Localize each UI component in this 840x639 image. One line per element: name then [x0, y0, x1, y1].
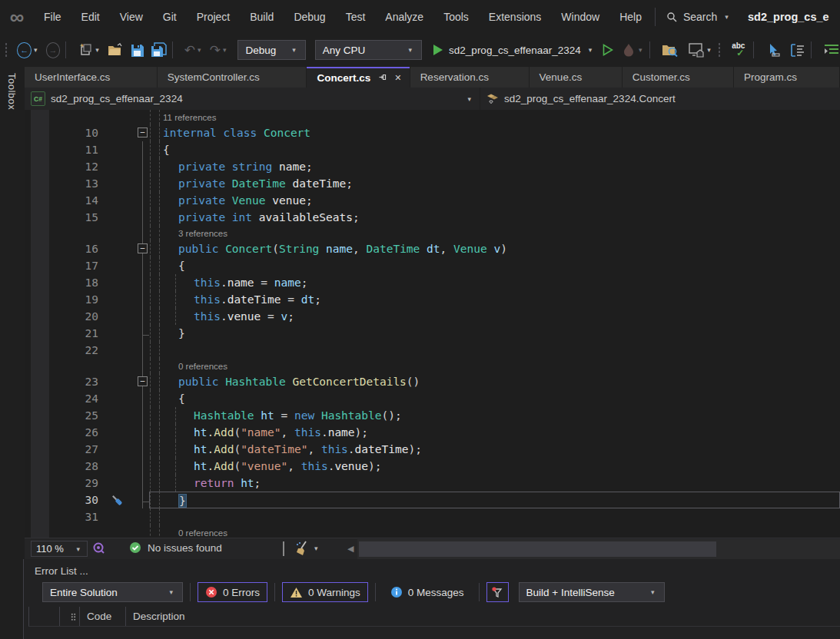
menu-item-git[interactable]: Git [153, 11, 187, 23]
glyph-margin[interactable] [31, 192, 49, 209]
menu-item-analyze[interactable]: Analyze [375, 11, 433, 23]
menu-item-debug[interactable]: Debug [284, 11, 335, 23]
filter-button[interactable] [486, 582, 509, 602]
glyph-margin[interactable] [31, 291, 49, 308]
codelens-row[interactable]: 0 references [25, 359, 840, 373]
glyph-margin[interactable] [31, 158, 49, 175]
glyph-margin[interactable] [31, 257, 49, 274]
code-text[interactable]: return ht; [149, 475, 840, 492]
code-line[interactable]: 24{ [25, 390, 840, 407]
open-file-button[interactable] [108, 41, 124, 58]
outlining-margin[interactable] [126, 492, 149, 508]
code-text[interactable]: { [149, 141, 840, 158]
search-control[interactable]: Search ▾ [666, 11, 729, 23]
glyph-margin[interactable] [31, 110, 49, 124]
outlining-margin[interactable] [126, 158, 149, 175]
fold-collapse-box[interactable]: − [138, 243, 148, 253]
undo-button[interactable]: ↶ [184, 42, 195, 58]
outlining-margin[interactable] [126, 458, 149, 475]
tab-customer-cs[interactable]: Customer.cs [623, 67, 733, 88]
menu-item-file[interactable]: File [34, 11, 71, 23]
glyph-margin[interactable] [31, 525, 49, 538]
glyph-margin[interactable] [31, 274, 49, 291]
glyph-margin[interactable] [31, 325, 49, 342]
codelens-text[interactable]: 3 references [149, 226, 840, 240]
code-text[interactable]: this.venue = v; [149, 308, 840, 325]
code-line[interactable]: 13private DateTime dateTime; [25, 175, 840, 192]
outlining-margin[interactable] [126, 209, 149, 226]
code-line[interactable]: 11{ [25, 141, 840, 158]
document-health-indicator[interactable]: No issues found [129, 541, 222, 554]
glyph-margin[interactable] [31, 209, 49, 226]
tab-reservation-cs[interactable]: Reservation.cs [410, 67, 529, 88]
find-in-files-button[interactable] [662, 41, 678, 58]
messages-filter-toggle[interactable]: 0 Messages [383, 582, 472, 602]
tab-venue-cs[interactable]: Venue.cs [530, 67, 622, 88]
code-text[interactable]: } [149, 492, 840, 508]
glyph-margin[interactable] [31, 373, 49, 390]
project-dropdown[interactable]: C# sd2_prog_cs_effenaar_2324 ▾ [25, 88, 480, 110]
tab-program-cs[interactable]: Program.cs [734, 67, 839, 88]
code-text[interactable]: public Hashtable GetConcertDetails() [149, 373, 840, 390]
preview-dropdown-icon[interactable]: ▾ [707, 46, 711, 54]
menu-item-project[interactable]: Project [187, 11, 241, 23]
outlining-margin[interactable]: − [126, 124, 149, 141]
code-line[interactable]: 30} [25, 492, 840, 508]
hot-reload-button[interactable] [622, 41, 636, 58]
toolbar-drag-handle[interactable] [5, 42, 8, 58]
start-without-debugging-button[interactable] [600, 41, 615, 58]
tab-userinterface-cs[interactable]: UserInterface.cs [25, 67, 157, 88]
code-cleanup-button[interactable]: ▾ [295, 541, 320, 556]
outlining-margin[interactable] [126, 257, 149, 274]
code-text[interactable] [149, 342, 840, 359]
issue-source-dropdown[interactable]: Build + IntelliSense ▾ [519, 582, 665, 602]
outlining-margin[interactable] [126, 525, 149, 538]
save-all-button[interactable] [151, 41, 167, 58]
navigate-forward-button[interactable]: → [46, 42, 61, 58]
code-line[interactable]: 18this.name = name; [25, 274, 840, 291]
outlining-margin[interactable] [126, 508, 149, 525]
duplicate-lines-button[interactable] [789, 41, 805, 58]
code-text[interactable]: { [149, 257, 840, 274]
code-text[interactable]: } [149, 325, 840, 342]
code-text[interactable]: ht.Add("dateTime", this.dateTime); [149, 441, 840, 458]
horizontal-scrollbar-thumb[interactable] [359, 541, 716, 557]
glyph-margin[interactable] [31, 424, 49, 441]
code-line[interactable]: 17{ [25, 257, 840, 274]
code-line[interactable]: 20this.venue = v; [25, 308, 840, 325]
menu-item-tools[interactable]: Tools [433, 11, 479, 23]
glyph-margin[interactable] [31, 508, 49, 525]
code-line[interactable]: 29return ht; [25, 475, 840, 492]
outlining-margin[interactable]: − [126, 373, 149, 390]
codelens-row[interactable]: 11 references [25, 110, 840, 124]
menu-item-build[interactable]: Build [240, 11, 284, 23]
glyph-margin[interactable] [31, 240, 49, 257]
outlining-margin[interactable] [126, 291, 149, 308]
quick-actions-screwdriver-icon[interactable] [108, 492, 126, 508]
tab-systemcontroller-cs[interactable]: SystemController.cs [158, 67, 307, 88]
code-line[interactable]: 28ht.Add("venue", this.venue); [25, 458, 840, 475]
glyph-margin[interactable] [31, 141, 49, 158]
code-line[interactable]: 27ht.Add("dateTime", this.dateTime); [25, 441, 840, 458]
start-debugging-button[interactable]: sd2_prog_cs_effenaar_2324 ▾ [433, 44, 594, 56]
codelens-text[interactable]: 11 references [149, 110, 840, 124]
fold-collapse-box[interactable]: − [138, 376, 148, 386]
code-line[interactable]: 12private string name; [25, 158, 840, 175]
redo-button[interactable]: ↷ [210, 42, 221, 58]
outlining-margin[interactable] [126, 441, 149, 458]
code-text[interactable]: Hashtable ht = new Hashtable(); [149, 407, 840, 424]
code-line[interactable]: 31 [25, 508, 840, 525]
undo-dropdown-icon[interactable]: ▾ [198, 46, 201, 54]
intellisense-status-icon[interactable] [92, 541, 106, 558]
menu-item-edit[interactable]: Edit [71, 11, 110, 23]
outlining-margin[interactable] [126, 359, 149, 373]
select-lines-button[interactable] [765, 41, 782, 58]
navigate-back-dropdown-icon[interactable]: ▾ [34, 46, 38, 54]
code-text[interactable]: internal class Concert [149, 124, 840, 141]
close-icon[interactable]: ✕ [394, 73, 401, 83]
solution-platform-dropdown[interactable]: Any CPU ▾ [315, 40, 422, 60]
preview-in-browser-button[interactable] [689, 41, 705, 58]
solution-configuration-dropdown[interactable]: Debug ▾ [237, 40, 305, 60]
horizontal-scrollbar[interactable] [357, 539, 840, 559]
new-project-dropdown-icon[interactable]: ▾ [95, 46, 99, 54]
